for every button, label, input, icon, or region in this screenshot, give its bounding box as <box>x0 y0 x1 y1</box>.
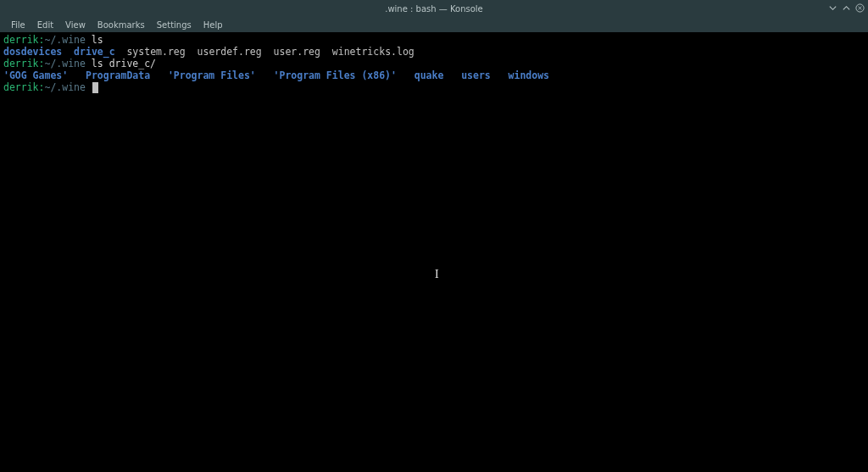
ls-file: user.reg <box>274 46 320 58</box>
ls-directory: drive_c <box>74 46 114 58</box>
window-titlebar: .wine : bash — Konsole <box>0 0 868 17</box>
ls-file: userdef.reg <box>198 46 262 58</box>
chevron-up-icon <box>842 3 851 13</box>
ls-directory: ProgramData <box>86 69 150 81</box>
prompt-path: ~/.wine <box>44 34 91 46</box>
ls-directory: quake <box>415 69 444 81</box>
command-text: ls <box>92 34 103 46</box>
window-title: .wine : bash — Konsole <box>385 4 483 14</box>
command-text: ls drive_c/ <box>92 58 156 69</box>
prompt-user: derrik: <box>3 34 44 46</box>
menu-help[interactable]: Help <box>198 19 229 31</box>
ls-directory: windows <box>509 69 549 81</box>
maximize-button[interactable] <box>841 3 851 13</box>
ls-directory: 'Program Files (x86)' <box>274 69 397 81</box>
ls-directory: dosdevices <box>3 46 62 58</box>
menu-edit[interactable]: Edit <box>31 19 59 31</box>
close-button[interactable] <box>854 3 865 13</box>
prompt-user: derrik: <box>3 58 44 69</box>
menu-settings[interactable]: Settings <box>151 19 198 31</box>
menubar: File Edit View Bookmarks Settings Help <box>0 17 868 32</box>
prompt-path: ~/.wine <box>44 81 91 93</box>
prompt-path: ~/.wine <box>44 58 91 69</box>
minimize-button[interactable] <box>827 3 837 13</box>
ls-directory: 'Program Files' <box>168 69 256 81</box>
close-icon <box>855 3 865 13</box>
terminal-cursor <box>92 82 98 93</box>
ls-directory: 'GOG Games' <box>3 69 68 81</box>
ls-file: winetricks.log <box>332 46 415 58</box>
prompt-user: derrik: <box>3 81 44 93</box>
terminal-area[interactable]: derrik:~/.wine ls dosdevices drive_c sys… <box>0 32 868 472</box>
menu-file[interactable]: File <box>5 19 31 31</box>
ls-directory: users <box>461 69 491 81</box>
chevron-down-icon <box>828 3 837 13</box>
menu-bookmarks[interactable]: Bookmarks <box>92 19 151 31</box>
menu-view[interactable]: View <box>59 19 92 31</box>
ls-file: system.reg <box>126 46 185 58</box>
window-controls <box>827 3 865 13</box>
